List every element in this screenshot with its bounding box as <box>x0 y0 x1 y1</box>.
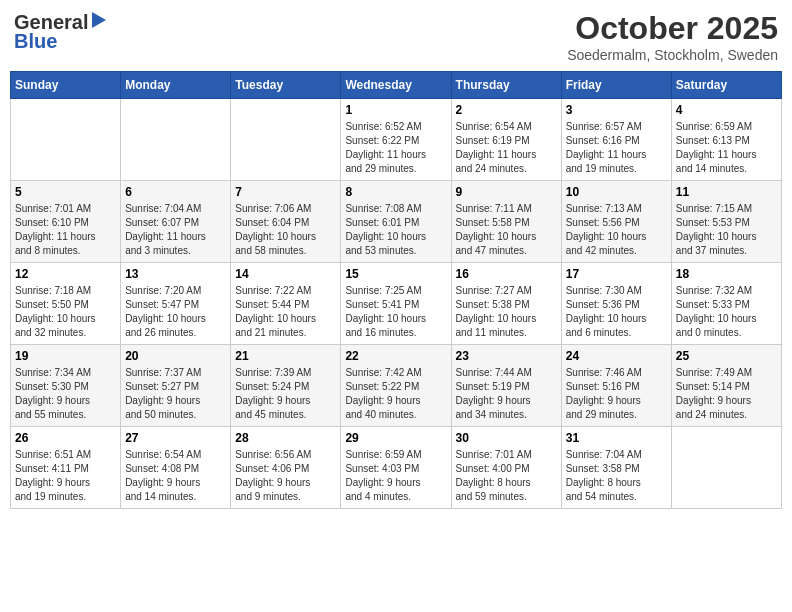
day-number: 9 <box>456 185 557 199</box>
day-info: Sunrise: 7:37 AMSunset: 5:27 PMDaylight:… <box>125 366 226 422</box>
day-number: 3 <box>566 103 667 117</box>
day-number: 24 <box>566 349 667 363</box>
day-info: Sunrise: 7:13 AMSunset: 5:56 PMDaylight:… <box>566 202 667 258</box>
calendar-cell: 23Sunrise: 7:44 AMSunset: 5:19 PMDayligh… <box>451 345 561 427</box>
day-info: Sunrise: 7:49 AMSunset: 5:14 PMDaylight:… <box>676 366 777 422</box>
day-number: 14 <box>235 267 336 281</box>
day-number: 10 <box>566 185 667 199</box>
day-number: 30 <box>456 431 557 445</box>
calendar-cell <box>671 427 781 509</box>
day-info: Sunrise: 6:52 AMSunset: 6:22 PMDaylight:… <box>345 120 446 176</box>
day-info: Sunrise: 7:18 AMSunset: 5:50 PMDaylight:… <box>15 284 116 340</box>
day-number: 23 <box>456 349 557 363</box>
day-number: 29 <box>345 431 446 445</box>
calendar-cell: 26Sunrise: 6:51 AMSunset: 4:11 PMDayligh… <box>11 427 121 509</box>
day-info: Sunrise: 7:04 AMSunset: 3:58 PMDaylight:… <box>566 448 667 504</box>
calendar-cell: 8Sunrise: 7:08 AMSunset: 6:01 PMDaylight… <box>341 181 451 263</box>
calendar-week-row: 1Sunrise: 6:52 AMSunset: 6:22 PMDaylight… <box>11 99 782 181</box>
calendar-cell: 7Sunrise: 7:06 AMSunset: 6:04 PMDaylight… <box>231 181 341 263</box>
calendar-cell <box>231 99 341 181</box>
calendar-cell: 9Sunrise: 7:11 AMSunset: 5:58 PMDaylight… <box>451 181 561 263</box>
calendar-cell: 31Sunrise: 7:04 AMSunset: 3:58 PMDayligh… <box>561 427 671 509</box>
calendar-week-row: 5Sunrise: 7:01 AMSunset: 6:10 PMDaylight… <box>11 181 782 263</box>
calendar-day-header: Sunday <box>11 72 121 99</box>
month-title: October 2025 <box>567 10 778 47</box>
day-number: 20 <box>125 349 226 363</box>
day-number: 21 <box>235 349 336 363</box>
location-title: Soedermalm, Stockholm, Sweden <box>567 47 778 63</box>
page-header: General Blue October 2025 Soedermalm, St… <box>10 10 782 63</box>
day-number: 4 <box>676 103 777 117</box>
day-number: 15 <box>345 267 446 281</box>
calendar-day-header: Tuesday <box>231 72 341 99</box>
day-info: Sunrise: 7:11 AMSunset: 5:58 PMDaylight:… <box>456 202 557 258</box>
day-number: 31 <box>566 431 667 445</box>
day-info: Sunrise: 7:39 AMSunset: 5:24 PMDaylight:… <box>235 366 336 422</box>
calendar-cell: 11Sunrise: 7:15 AMSunset: 5:53 PMDayligh… <box>671 181 781 263</box>
calendar-cell: 21Sunrise: 7:39 AMSunset: 5:24 PMDayligh… <box>231 345 341 427</box>
calendar-cell: 10Sunrise: 7:13 AMSunset: 5:56 PMDayligh… <box>561 181 671 263</box>
calendar-day-header: Thursday <box>451 72 561 99</box>
day-number: 6 <box>125 185 226 199</box>
calendar-week-row: 12Sunrise: 7:18 AMSunset: 5:50 PMDayligh… <box>11 263 782 345</box>
day-info: Sunrise: 6:54 AMSunset: 6:19 PMDaylight:… <box>456 120 557 176</box>
calendar-cell: 20Sunrise: 7:37 AMSunset: 5:27 PMDayligh… <box>121 345 231 427</box>
day-info: Sunrise: 7:34 AMSunset: 5:30 PMDaylight:… <box>15 366 116 422</box>
day-number: 5 <box>15 185 116 199</box>
calendar-cell: 27Sunrise: 6:54 AMSunset: 4:08 PMDayligh… <box>121 427 231 509</box>
day-number: 25 <box>676 349 777 363</box>
day-info: Sunrise: 7:27 AMSunset: 5:38 PMDaylight:… <box>456 284 557 340</box>
day-info: Sunrise: 6:51 AMSunset: 4:11 PMDaylight:… <box>15 448 116 504</box>
calendar-cell: 3Sunrise: 6:57 AMSunset: 6:16 PMDaylight… <box>561 99 671 181</box>
calendar-cell: 30Sunrise: 7:01 AMSunset: 4:00 PMDayligh… <box>451 427 561 509</box>
calendar-week-row: 19Sunrise: 7:34 AMSunset: 5:30 PMDayligh… <box>11 345 782 427</box>
calendar-cell: 2Sunrise: 6:54 AMSunset: 6:19 PMDaylight… <box>451 99 561 181</box>
calendar-cell: 29Sunrise: 6:59 AMSunset: 4:03 PMDayligh… <box>341 427 451 509</box>
calendar-cell: 22Sunrise: 7:42 AMSunset: 5:22 PMDayligh… <box>341 345 451 427</box>
day-number: 17 <box>566 267 667 281</box>
calendar-cell: 13Sunrise: 7:20 AMSunset: 5:47 PMDayligh… <box>121 263 231 345</box>
day-number: 7 <box>235 185 336 199</box>
calendar-cell <box>121 99 231 181</box>
day-info: Sunrise: 6:59 AMSunset: 4:03 PMDaylight:… <box>345 448 446 504</box>
day-number: 2 <box>456 103 557 117</box>
calendar-cell: 28Sunrise: 6:56 AMSunset: 4:06 PMDayligh… <box>231 427 341 509</box>
day-number: 1 <box>345 103 446 117</box>
calendar-cell: 15Sunrise: 7:25 AMSunset: 5:41 PMDayligh… <box>341 263 451 345</box>
calendar-table: SundayMondayTuesdayWednesdayThursdayFrid… <box>10 71 782 509</box>
day-info: Sunrise: 7:04 AMSunset: 6:07 PMDaylight:… <box>125 202 226 258</box>
calendar-cell: 17Sunrise: 7:30 AMSunset: 5:36 PMDayligh… <box>561 263 671 345</box>
day-info: Sunrise: 7:06 AMSunset: 6:04 PMDaylight:… <box>235 202 336 258</box>
calendar-cell: 18Sunrise: 7:32 AMSunset: 5:33 PMDayligh… <box>671 263 781 345</box>
day-info: Sunrise: 6:57 AMSunset: 6:16 PMDaylight:… <box>566 120 667 176</box>
day-number: 16 <box>456 267 557 281</box>
svg-marker-0 <box>92 12 106 28</box>
calendar-cell: 25Sunrise: 7:49 AMSunset: 5:14 PMDayligh… <box>671 345 781 427</box>
calendar-cell: 6Sunrise: 7:04 AMSunset: 6:07 PMDaylight… <box>121 181 231 263</box>
logo: General Blue <box>14 10 108 53</box>
day-info: Sunrise: 7:01 AMSunset: 6:10 PMDaylight:… <box>15 202 116 258</box>
calendar-cell: 1Sunrise: 6:52 AMSunset: 6:22 PMDaylight… <box>341 99 451 181</box>
calendar-header-row: SundayMondayTuesdayWednesdayThursdayFrid… <box>11 72 782 99</box>
logo-arrow-icon <box>90 12 108 34</box>
calendar-cell <box>11 99 121 181</box>
logo-blue-text: Blue <box>14 30 57 53</box>
calendar-cell: 19Sunrise: 7:34 AMSunset: 5:30 PMDayligh… <box>11 345 121 427</box>
day-info: Sunrise: 7:25 AMSunset: 5:41 PMDaylight:… <box>345 284 446 340</box>
day-number: 8 <box>345 185 446 199</box>
calendar-cell: 12Sunrise: 7:18 AMSunset: 5:50 PMDayligh… <box>11 263 121 345</box>
calendar-cell: 24Sunrise: 7:46 AMSunset: 5:16 PMDayligh… <box>561 345 671 427</box>
calendar-cell: 5Sunrise: 7:01 AMSunset: 6:10 PMDaylight… <box>11 181 121 263</box>
day-info: Sunrise: 7:22 AMSunset: 5:44 PMDaylight:… <box>235 284 336 340</box>
day-info: Sunrise: 7:01 AMSunset: 4:00 PMDaylight:… <box>456 448 557 504</box>
calendar-day-header: Friday <box>561 72 671 99</box>
day-number: 22 <box>345 349 446 363</box>
day-number: 11 <box>676 185 777 199</box>
day-number: 12 <box>15 267 116 281</box>
day-info: Sunrise: 7:30 AMSunset: 5:36 PMDaylight:… <box>566 284 667 340</box>
calendar-day-header: Wednesday <box>341 72 451 99</box>
day-info: Sunrise: 7:46 AMSunset: 5:16 PMDaylight:… <box>566 366 667 422</box>
day-info: Sunrise: 7:20 AMSunset: 5:47 PMDaylight:… <box>125 284 226 340</box>
title-section: October 2025 Soedermalm, Stockholm, Swed… <box>567 10 778 63</box>
day-number: 26 <box>15 431 116 445</box>
